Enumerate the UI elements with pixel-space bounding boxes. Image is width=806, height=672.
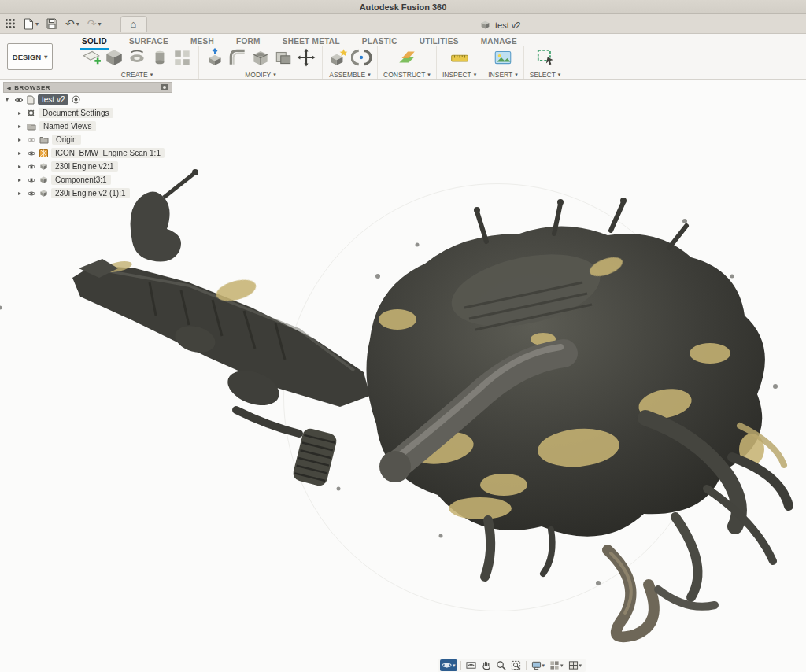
- expand-icon[interactable]: ▸: [16, 150, 24, 157]
- group-construct-label[interactable]: CONSTRUCT ▾: [383, 71, 431, 79]
- file-menu-button[interactable]: ▾: [24, 18, 39, 30]
- tree-row-document-settings[interactable]: ▸ Document Settings: [3, 106, 172, 120]
- combine-button[interactable]: [273, 47, 294, 68]
- browser-title: BROWSER: [14, 84, 50, 91]
- extrude-button[interactable]: [104, 47, 124, 68]
- eye-icon[interactable]: [14, 97, 24, 103]
- top-toolbar: ▾ ↶ ▾ ↷ ▾ ⌂ test v2: [0, 14, 806, 34]
- tree-row-engine-v2-copy[interactable]: ▸ 230i Engine v2 (1):1: [3, 186, 172, 200]
- group-assemble-label[interactable]: ASSEMBLE ▾: [329, 71, 370, 79]
- construct-plane-button[interactable]: [397, 47, 417, 68]
- tree-item-label[interactable]: Named Views: [39, 121, 96, 131]
- root-expand-icon[interactable]: ▾: [3, 96, 11, 103]
- tree-row-component3[interactable]: ▸ Component3:1: [3, 173, 172, 186]
- inspect-caret-icon: ▾: [474, 72, 477, 78]
- eye-icon[interactable]: [27, 164, 36, 170]
- zoom-tool-button[interactable]: [494, 659, 508, 671]
- group-create: CREATE ▾: [76, 46, 199, 79]
- expand-icon[interactable]: ▸: [16, 176, 24, 183]
- viewports-caret-icon: ▾: [579, 663, 582, 669]
- eye-icon[interactable]: [27, 190, 36, 197]
- tree-item-label[interactable]: Origin: [52, 135, 81, 145]
- look-at-icon: [466, 660, 476, 670]
- tree-item-label[interactable]: Component3:1: [51, 175, 111, 185]
- home-tab[interactable]: ⌂: [120, 16, 147, 32]
- component-icon: [39, 189, 48, 198]
- ribbon-tool-groups: CREATE ▾: [76, 46, 566, 79]
- file-icon: [24, 18, 34, 30]
- tree-row-origin[interactable]: ▸ Origin: [3, 133, 172, 146]
- shell-button[interactable]: [250, 47, 271, 68]
- fit-tool-button[interactable]: [509, 659, 523, 671]
- gear-icon: [27, 109, 35, 117]
- expand-icon[interactable]: ▸: [16, 123, 24, 130]
- press-pull-button[interactable]: [205, 47, 225, 68]
- eye-hidden-icon[interactable]: [27, 137, 36, 143]
- browser-toggle-button[interactable]: [161, 84, 168, 90]
- tree-item-label[interactable]: ICON_BMW_Engine Scan 1:1: [51, 148, 165, 158]
- display-settings-button[interactable]: ▾: [530, 659, 547, 671]
- fit-icon: [511, 660, 521, 670]
- select-caret-icon: ▾: [558, 72, 561, 78]
- tree-item-label[interactable]: Document Settings: [39, 108, 113, 118]
- browser-panel: ◀ BROWSER ▾ test v2 ▸ Document: [3, 82, 172, 200]
- measure-button[interactable]: [449, 47, 470, 68]
- layout-grid-button[interactable]: ▾: [548, 659, 565, 671]
- save-button[interactable]: [46, 18, 57, 29]
- look-at-tool-button[interactable]: [464, 659, 478, 671]
- eye-icon[interactable]: [27, 150, 36, 157]
- expand-icon[interactable]: ▸: [16, 163, 24, 170]
- tree-item-label[interactable]: 230i Engine v2:1: [51, 161, 118, 172]
- pan-tool-button[interactable]: [479, 659, 493, 671]
- modify-caret-icon: ▾: [273, 72, 276, 78]
- tree-root-label[interactable]: test v2: [38, 94, 68, 105]
- document-icon: [27, 95, 35, 105]
- move-copy-button[interactable]: [296, 47, 316, 68]
- new-component-button[interactable]: [328, 47, 349, 68]
- file-menu-caret-icon: ▾: [35, 20, 39, 28]
- folder-icon: [27, 123, 36, 131]
- create-sketch-button[interactable]: [81, 47, 102, 68]
- group-select-label[interactable]: SELECT ▾: [530, 71, 561, 79]
- app-grid-button[interactable]: [5, 18, 16, 29]
- window-titlebar: Autodesk Fusion 360: [0, 0, 806, 14]
- revolve-button[interactable]: [127, 47, 147, 68]
- zoom-icon: [496, 660, 506, 670]
- tree-row-engine-scan[interactable]: ▸ ICON_BMW_Engine Scan 1:1: [3, 146, 172, 160]
- viewports-button[interactable]: ▾: [567, 659, 584, 671]
- eye-icon[interactable]: [27, 177, 36, 183]
- expand-icon[interactable]: ▸: [16, 136, 24, 143]
- workspace-selector[interactable]: DESIGN ▾: [7, 43, 53, 70]
- create-caret-icon: ▾: [150, 72, 153, 78]
- orbit-tool-button[interactable]: ▾: [440, 659, 457, 671]
- redo-caret-icon: ▾: [98, 20, 102, 28]
- tree-row-named-views[interactable]: ▸ Named Views: [3, 120, 172, 133]
- group-inspect-label[interactable]: INSPECT ▾: [442, 71, 476, 79]
- browser-tree: ▾ test v2 ▸ Document Settings ▸: [3, 93, 172, 200]
- tree-item-label[interactable]: 230i Engine v2 (1):1: [51, 188, 130, 198]
- redo-button[interactable]: ↷ ▾: [87, 18, 102, 29]
- save-icon: [46, 18, 57, 29]
- workspace-label: DESIGN: [13, 53, 41, 61]
- group-modify-label[interactable]: MODIFY ▾: [245, 71, 276, 79]
- insert-button[interactable]: [493, 47, 513, 68]
- group-create-label[interactable]: CREATE ▾: [121, 71, 153, 79]
- tree-row-engine-v2[interactable]: ▸ 230i Engine v2:1: [3, 160, 172, 173]
- document-tab[interactable]: test v2: [471, 16, 530, 34]
- document-cube-icon: [480, 20, 490, 30]
- expand-icon[interactable]: ▸: [16, 109, 24, 116]
- component-icon: [39, 175, 48, 184]
- select-button[interactable]: [535, 47, 556, 68]
- pattern-button[interactable]: [172, 47, 193, 68]
- browser-collapse-icon[interactable]: ◀: [7, 85, 11, 90]
- activate-radio-icon[interactable]: [72, 95, 80, 104]
- tree-row-root[interactable]: ▾ test v2: [3, 93, 172, 106]
- display-settings-icon: [531, 660, 542, 670]
- joint-button[interactable]: [351, 47, 372, 68]
- sweep-button[interactable]: [150, 47, 170, 68]
- undo-button[interactable]: ↶ ▾: [65, 18, 79, 29]
- fillet-button[interactable]: [227, 47, 248, 68]
- group-insert-label[interactable]: INSERT ▾: [488, 71, 518, 79]
- browser-header[interactable]: ◀ BROWSER: [3, 82, 172, 93]
- expand-icon[interactable]: ▸: [16, 190, 24, 197]
